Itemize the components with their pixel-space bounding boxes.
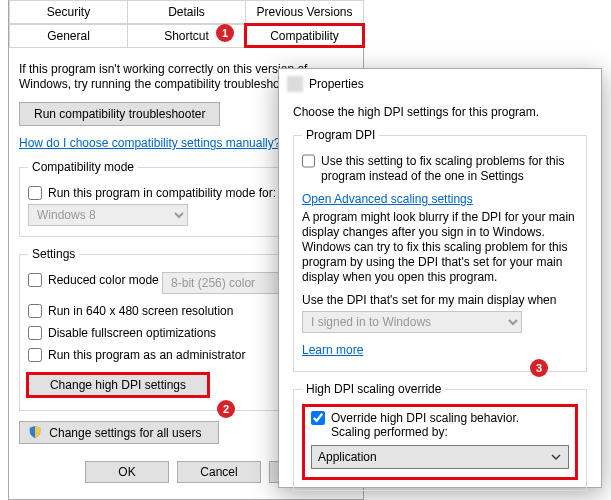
reduced-color-checkbox[interactable]: Reduced color mode <box>28 273 159 287</box>
dpi-when-select[interactable]: I signed in to Windows <box>302 311 522 333</box>
use-setting-checkbox[interactable]: Use this setting to fix scaling problems… <box>302 154 578 184</box>
run-as-admin-input[interactable] <box>28 348 42 362</box>
manual-settings-link[interactable]: How do I choose compatibility settings m… <box>19 136 280 150</box>
callout-badge-1: 1 <box>216 24 234 42</box>
program-dpi-blurb: A program might look blurry if the DPI f… <box>302 210 578 285</box>
callout-badge-2: 2 <box>217 400 235 418</box>
run-as-admin-checkbox[interactable]: Run this program as an administrator <box>28 348 245 362</box>
disable-fso-label: Disable fullscreen optimizations <box>48 326 216 340</box>
high-dpi-dialog: Properties Choose the high DPI settings … <box>278 68 602 488</box>
use-setting-label: Use this setting to fix scaling problems… <box>321 154 578 184</box>
run-640x480-label: Run in 640 x 480 screen resolution <box>48 304 233 318</box>
reduced-color-label: Reduced color mode <box>48 273 159 287</box>
tab-row-top: Security Details Previous Versions <box>9 0 363 24</box>
run-as-admin-label: Run this program as an administrator <box>48 348 245 362</box>
high-dpi-override-group: High DPI scaling override Override high … <box>293 382 587 491</box>
compat-os-select[interactable]: Windows 8 <box>28 204 188 226</box>
reduced-color-input[interactable] <box>28 273 42 287</box>
titlebar[interactable]: Properties <box>279 69 601 99</box>
program-dpi-group: Program DPI Use this setting to fix scal… <box>293 128 587 372</box>
run-compat-mode-input[interactable] <box>28 186 42 200</box>
tab-row-bottom: General Shortcut Compatibility <box>9 24 363 48</box>
change-all-users-label: Change settings for all users <box>49 426 201 440</box>
choose-text: Choose the high DPI settings for this pr… <box>293 105 587 120</box>
tab-previous-versions[interactable]: Previous Versions <box>245 0 364 23</box>
cancel-button[interactable]: Cancel <box>177 461 261 483</box>
override-scaling-label: Override high DPI scaling behavior. Scal… <box>331 411 519 439</box>
override-scaling-checkbox[interactable]: Override high DPI scaling behavior. Scal… <box>311 411 519 439</box>
learn-more-link[interactable]: Learn more <box>302 343 363 357</box>
use-setting-input[interactable] <box>302 154 315 168</box>
high-dpi-override-legend: High DPI scaling override <box>302 382 445 396</box>
open-advanced-scaling-link[interactable]: Open Advanced scaling settings <box>302 192 473 206</box>
tab-general[interactable]: General <box>9 24 128 47</box>
ok-button[interactable]: OK <box>85 461 169 483</box>
tab-security[interactable]: Security <box>9 0 128 23</box>
app-icon <box>287 76 303 92</box>
tab-details[interactable]: Details <box>127 0 246 23</box>
run-640x480-checkbox[interactable]: Run in 640 x 480 screen resolution <box>28 304 233 318</box>
disable-fso-checkbox[interactable]: Disable fullscreen optimizations <box>28 326 216 340</box>
callout-badge-3: 3 <box>530 359 548 377</box>
scaling-performed-by-select[interactable]: Application <box>311 445 569 469</box>
compatibility-mode-legend: Compatibility mode <box>28 160 138 174</box>
change-all-users-button[interactable]: Change settings for all users <box>19 421 219 444</box>
disable-fso-input[interactable] <box>28 326 42 340</box>
dpi-content: Choose the high DPI settings for this pr… <box>279 99 601 500</box>
run-troubleshooter-button[interactable]: Run compatibility troubleshooter <box>19 102 220 126</box>
tab-compatibility[interactable]: Compatibility <box>245 24 364 47</box>
override-scaling-input[interactable] <box>311 411 325 425</box>
window-title: Properties <box>309 77 364 91</box>
settings-legend: Settings <box>28 247 79 261</box>
use-dpi-when-label: Use the DPI that's set for my main displ… <box>302 293 578 307</box>
shield-icon <box>28 425 42 439</box>
change-high-dpi-button[interactable]: Change high DPI settings <box>28 374 208 396</box>
program-dpi-legend: Program DPI <box>302 128 379 142</box>
override-highlight: Override high DPI scaling behavior. Scal… <box>302 404 578 480</box>
run-compat-mode-label: Run this program in compatibility mode f… <box>48 186 276 200</box>
run-compat-mode-checkbox[interactable]: Run this program in compatibility mode f… <box>28 186 276 200</box>
run-640x480-input[interactable] <box>28 304 42 318</box>
